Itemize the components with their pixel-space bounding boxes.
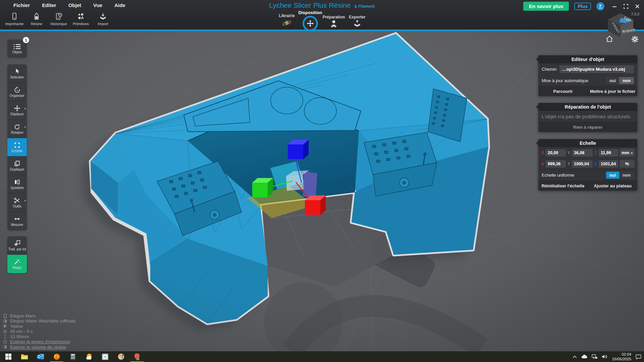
auto-update-no[interactable]: non	[619, 77, 634, 84]
unit-dropdown[interactable]: mm	[620, 149, 635, 157]
sidebar-item-label: Mesurer	[11, 223, 23, 227]
update-file-button[interactable]: Mettre à jour le fichier	[588, 86, 637, 96]
gizmo-z-handle[interactable]	[288, 140, 309, 159]
taskbar-firefox[interactable]	[53, 353, 60, 360]
gizmo-x-handle[interactable]	[252, 178, 273, 197]
taskbar-lychee-slicer[interactable]	[133, 353, 141, 360]
uniform-no[interactable]: non	[619, 172, 634, 179]
path-field[interactable]: …op\3D\pupitre Mudara v3.obj	[559, 65, 634, 73]
tab-librairie[interactable]: Librairie	[275, 10, 299, 27]
menu-fichier[interactable]: Fichier	[13, 2, 30, 8]
panel-title: Réparation de l'objet	[538, 103, 637, 111]
sidebar-item-selection[interactable]: Selection	[7, 64, 27, 83]
toolbar-import[interactable]: Import	[93, 12, 113, 26]
menu-vue[interactable]: Vue	[93, 2, 102, 8]
home-view-button[interactable]	[606, 36, 613, 42]
resin-drop-icon	[3, 319, 7, 323]
viewport-3d[interactable]: Objets 1 Selection Organiser Déplacer Ro…	[0, 31, 644, 351]
taskbar-outlook[interactable]	[37, 353, 44, 360]
user-avatar[interactable]	[596, 2, 604, 10]
scale-icon	[14, 142, 20, 148]
taskbar-weather[interactable]	[85, 353, 93, 360]
repair-status-text: L'objet n'a pas de problèmes structurels	[538, 111, 637, 122]
menu-bar: Fichier Editer Objet Vue Aide	[13, 2, 125, 8]
uniform-yes[interactable]: oui	[606, 172, 620, 179]
sidebar-item-outils[interactable]: Outils	[7, 193, 27, 212]
resin-color: Yellow	[10, 324, 23, 329]
outlook-icon	[37, 353, 44, 360]
taskbar-clock[interactable]: 02:04 15/05/2025	[612, 352, 631, 362]
viewport-settings-button[interactable]	[631, 36, 639, 43]
start-button[interactable]	[5, 353, 12, 360]
arrange-icon	[14, 86, 20, 93]
estimate-time-link[interactable]: Estimer le temps d'impression	[10, 339, 70, 344]
sidebar-item-label: Rotation	[11, 131, 23, 134]
learn-more-button[interactable]: En savoir plus	[523, 2, 569, 11]
tab-label: Exporter	[349, 15, 365, 19]
gizmo-y-handle[interactable]	[305, 195, 326, 215]
onedrive-icon[interactable]	[581, 355, 587, 359]
taskbar-calculator[interactable]	[69, 353, 76, 360]
axis-x-label: X	[541, 150, 544, 155]
percent-unit-cell[interactable]: %	[620, 160, 635, 168]
tray-chevron-icon[interactable]	[573, 355, 577, 358]
measure-icon	[14, 216, 20, 222]
taskbar-file-explorer[interactable]	[21, 353, 28, 360]
resin-bottle-icon	[32, 12, 41, 21]
tab-preparation[interactable]: Préparation	[322, 10, 345, 28]
scale-panel: Echelle X 20,00 Y 36,08 Z 11,99 mm X 999…	[538, 139, 637, 191]
sidebar-item-echelle[interactable]: Echelle	[7, 138, 27, 157]
tab-exporter[interactable]: Exporter	[345, 10, 369, 28]
uniform-scale-label: Echelle uniforme	[542, 173, 574, 178]
sidebar-item-dupliquer[interactable]: Dupliquer	[7, 157, 27, 175]
sidebar-item-organiser[interactable]: Organiser	[7, 83, 27, 101]
toolbar-resine[interactable]: Résine	[27, 12, 46, 26]
scale-y-mm-field[interactable]: 36,08	[572, 149, 593, 157]
scale-x-mm-field[interactable]: 20,00	[546, 149, 566, 157]
sidebar-item-label: Organiser	[10, 94, 24, 98]
close-button[interactable]	[635, 4, 640, 9]
volume-icon[interactable]	[602, 354, 607, 359]
scale-z-mm-field[interactable]: 11,99	[599, 149, 618, 157]
mode-tabs: Librairie Disposition	[275, 10, 369, 31]
estimate-volume-link[interactable]: Estimer le volume de résine	[10, 345, 66, 350]
sidebar-item-rotation[interactable]: Rotation	[7, 120, 27, 138]
toolbar-label: Imprimante	[5, 22, 23, 26]
view-cube[interactable]: TOP FRONT RIGHT	[604, 12, 637, 39]
nothing-to-repair-button[interactable]: Rien à réparer	[538, 122, 637, 132]
gizmo-plane-purple[interactable]	[303, 171, 317, 199]
sidebar-item-mesurer[interactable]: Mesurer	[7, 212, 27, 230]
sidebar-item-symetrie[interactable]: Symétrie	[7, 175, 27, 193]
maximize-button[interactable]	[623, 4, 629, 9]
taskbar-media-player[interactable]	[101, 353, 109, 360]
fit-to-plate-button[interactable]: Ajuster au plateau	[588, 181, 637, 191]
toolbar-imprimante[interactable]: Imprimante	[5, 12, 24, 26]
reset-scale-button[interactable]: Réinitialiser l'échelle	[538, 181, 588, 191]
menu-aide[interactable]: Aide	[114, 2, 125, 8]
plus-badge[interactable]: Plus	[574, 3, 591, 10]
mirror-icon	[14, 179, 20, 185]
toolbar-primitives[interactable]: Primitives	[71, 12, 91, 26]
scale-x-percent-field[interactable]: 999,36	[546, 160, 566, 168]
sidebar-item-deplacer[interactable]: Déplacer	[7, 101, 27, 120]
action-center-icon[interactable]	[636, 354, 641, 359]
tab-disposition[interactable]: Disposition	[299, 10, 322, 31]
objects-panel-button[interactable]: Objets 1	[7, 40, 27, 58]
menu-editer[interactable]: Editer	[42, 2, 56, 8]
main-toolbar: Imprimante Résine Historique Primitives …	[5, 12, 113, 26]
toolbar-historique[interactable]: Historique	[49, 12, 68, 26]
uniform-scale-toggle: oui non	[606, 172, 634, 179]
browse-button[interactable]: Parcourir	[538, 86, 588, 96]
sidebar-item-trait-par-lot[interactable]: Trait. par lot	[7, 236, 27, 255]
minimize-button[interactable]	[612, 4, 617, 9]
sidebar-item-magie[interactable]: Magie	[7, 255, 27, 273]
menu-objet[interactable]: Objet	[68, 2, 81, 8]
axis-z-label: Z	[594, 162, 597, 166]
scale-y-percent-field[interactable]: 1000,04	[572, 160, 593, 168]
library-planet-icon	[282, 18, 292, 27]
network-icon[interactable]	[592, 354, 597, 359]
scale-z-percent-field[interactable]: 1001,64	[599, 160, 618, 168]
auto-update-yes[interactable]: oui	[606, 77, 620, 84]
toolbar-label: Historique	[50, 22, 67, 26]
taskbar-paint[interactable]	[117, 353, 125, 360]
